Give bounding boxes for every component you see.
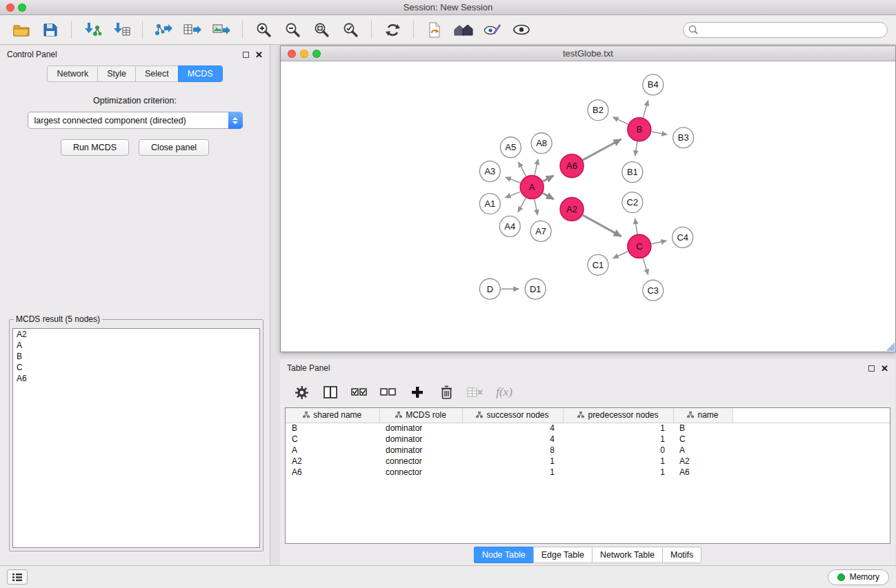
table-cell[interactable]: C <box>286 434 379 445</box>
export-table-button[interactable] <box>179 18 206 41</box>
result-item[interactable]: A <box>13 340 259 351</box>
table-row[interactable]: Bdominator41B <box>286 423 890 434</box>
close-table-panel-icon[interactable]: ✕ <box>881 364 888 373</box>
refresh-button[interactable] <box>379 18 406 41</box>
graph-edge[interactable] <box>506 177 521 183</box>
open-recent-session-button[interactable] <box>421 18 448 41</box>
table-cell[interactable]: 1 <box>563 467 673 478</box>
network-overview-button[interactable] <box>450 18 477 41</box>
zoom-in-button[interactable] <box>250 18 277 41</box>
table-row[interactable]: A2connector11A2 <box>286 456 890 467</box>
tab-select[interactable]: Select <box>135 65 178 82</box>
table-cell[interactable]: 0 <box>563 445 673 456</box>
graph-edge[interactable] <box>535 159 538 175</box>
run-mcds-button[interactable]: Run MCDS <box>61 139 129 156</box>
float-panel-icon[interactable] <box>243 52 249 58</box>
table-cell[interactable]: 1 <box>563 434 673 445</box>
zoom-window-button[interactable] <box>18 3 26 12</box>
column-header-predecessor-nodes[interactable]: predecessor nodes <box>563 408 673 423</box>
tab-style[interactable]: Style <box>97 65 135 82</box>
delete-table-button[interactable] <box>465 382 486 403</box>
table-cell[interactable]: A6 <box>673 467 733 478</box>
hide-graphics-details-button[interactable] <box>479 18 506 41</box>
graph-edge[interactable] <box>519 162 526 176</box>
tab-mcds[interactable]: MCDS <box>178 65 223 82</box>
table-row[interactable]: A6connector11A6 <box>286 467 890 478</box>
table-cell[interactable]: 4 <box>462 423 563 434</box>
import-network-button[interactable] <box>79 18 106 41</box>
tab-network[interactable]: Network <box>47 65 97 82</box>
graph-edge[interactable] <box>535 199 538 215</box>
result-item[interactable]: A2 <box>13 329 259 340</box>
graph-edge[interactable] <box>643 258 648 275</box>
graph-edge[interactable] <box>635 142 637 156</box>
column-header-mcds-role[interactable]: MCDS role <box>379 408 462 423</box>
graph-edge[interactable] <box>651 132 667 134</box>
zoom-fit-button[interactable] <box>308 18 335 41</box>
table-row[interactable]: Cdominator41C <box>286 434 890 445</box>
graph-edge[interactable] <box>635 219 637 234</box>
table-cell[interactable]: 1 <box>462 456 563 467</box>
table-cell[interactable]: connector <box>379 467 462 478</box>
open-session-button[interactable] <box>8 18 34 41</box>
close-network-window-button[interactable] <box>288 50 296 58</box>
table-cell[interactable]: dominator <box>379 445 462 456</box>
graph-edge[interactable] <box>583 139 621 160</box>
graph-edge[interactable] <box>518 198 526 212</box>
optimization-criterion-dropdown[interactable]: largest connected component (directed) <box>28 112 243 129</box>
function-builder-button[interactable]: f(x) <box>494 382 515 403</box>
column-selector-button[interactable] <box>320 382 341 403</box>
show-panels-button[interactable] <box>7 569 28 585</box>
import-table-button[interactable] <box>108 18 135 41</box>
tab-node-table[interactable]: Node Table <box>474 547 533 563</box>
zoom-network-window-button[interactable] <box>312 50 321 58</box>
tab-network-table[interactable]: Network Table <box>592 547 662 563</box>
table-cell[interactable]: connector <box>379 456 462 467</box>
close-panel-icon[interactable]: ✕ <box>255 50 263 59</box>
table-cell[interactable]: 1 <box>462 467 563 478</box>
show-graphics-details-button[interactable] <box>508 18 535 41</box>
export-image-button[interactable] <box>208 18 235 41</box>
result-item[interactable]: A6 <box>13 373 259 384</box>
table-cell[interactable]: 1 <box>563 423 673 434</box>
result-item[interactable]: C <box>13 362 259 373</box>
table-cell[interactable]: B <box>673 423 733 434</box>
close-window-button[interactable] <box>6 3 14 12</box>
graph-edge[interactable] <box>583 215 621 236</box>
network-canvas[interactable]: B4B2BB3A5A8A6A3B1AC2A1A2A4A7C4CC1DD1C3 <box>281 62 895 352</box>
graph-edge[interactable] <box>613 117 628 124</box>
table-cell[interactable]: B <box>286 423 379 434</box>
close-panel-button[interactable]: Close panel <box>139 139 209 156</box>
add-column-button[interactable] <box>407 382 428 403</box>
graph-edge[interactable] <box>613 252 628 258</box>
column-header-name[interactable]: name <box>673 408 733 423</box>
save-session-button[interactable] <box>37 18 63 41</box>
table-cell[interactable]: dominator <box>379 434 462 445</box>
export-network-button[interactable] <box>150 18 177 41</box>
delete-column-button[interactable] <box>436 382 457 403</box>
column-header-shared-name[interactable]: shared name <box>286 408 379 423</box>
zoom-selected-button[interactable] <box>337 18 364 41</box>
tab-edge-table[interactable]: Edge Table <box>533 547 592 563</box>
table-cell[interactable]: C <box>673 434 733 445</box>
tab-motifs[interactable]: Motifs <box>662 547 701 563</box>
select-all-button[interactable] <box>349 382 370 403</box>
graph-edge[interactable] <box>651 241 666 243</box>
table-cell[interactable]: A2 <box>286 456 379 467</box>
memory-button[interactable]: Memory <box>828 569 889 585</box>
result-item[interactable]: B <box>13 351 259 362</box>
table-cell[interactable]: 8 <box>462 445 563 456</box>
graph-edge[interactable] <box>543 176 554 181</box>
zoom-out-button[interactable] <box>279 18 306 41</box>
table-cell[interactable]: A <box>673 445 733 456</box>
table-cell[interactable]: A <box>286 445 379 456</box>
table-cell[interactable]: A2 <box>673 456 733 467</box>
table-row[interactable]: Adominator80A <box>286 445 890 456</box>
graph-edge[interactable] <box>643 101 648 118</box>
resize-grip[interactable] <box>886 343 895 351</box>
graph-edge[interactable] <box>506 192 521 198</box>
graph-edge[interactable] <box>543 193 554 199</box>
table-cell[interactable]: A6 <box>286 467 379 478</box>
search-input[interactable] <box>683 22 888 38</box>
table-settings-button[interactable] <box>291 382 312 403</box>
